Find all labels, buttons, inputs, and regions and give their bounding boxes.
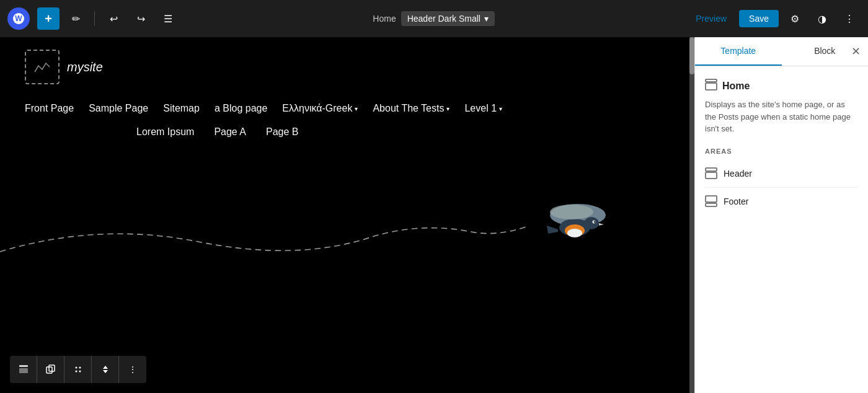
svg-rect-25 bbox=[706, 172, 717, 179]
main-area: mysite Front Page Sample Page Sitemap a … bbox=[0, 37, 868, 393]
sidebar-home-section: Home bbox=[705, 79, 858, 94]
sub-nav-page-b[interactable]: Page B bbox=[266, 126, 298, 138]
svg-rect-24 bbox=[706, 168, 717, 171]
add-block-button[interactable]: + bbox=[37, 7, 60, 30]
list-view-button[interactable]: ☰ bbox=[157, 7, 179, 30]
svg-point-8 bbox=[594, 221, 596, 223]
toolbar-right: Preview Save ⚙ ◑ ⋮ bbox=[688, 7, 861, 30]
svg-rect-12 bbox=[19, 365, 28, 367]
nav-item-greek[interactable]: Ελληνικά-Greek ▾ bbox=[282, 103, 358, 114]
canvas-scrollbar[interactable] bbox=[689, 37, 694, 393]
float-layout-button[interactable] bbox=[10, 356, 37, 383]
site-logo-area: mysite bbox=[25, 50, 665, 84]
canvas: mysite Front Page Sample Page Sitemap a … bbox=[0, 37, 689, 393]
svg-point-10 bbox=[550, 205, 593, 219]
settings-icon-button[interactable]: ⚙ bbox=[784, 7, 806, 30]
nav-item-sample-page[interactable]: Sample Page bbox=[89, 103, 148, 114]
tab-template[interactable]: Template bbox=[695, 37, 782, 66]
area-item-footer[interactable]: Footer bbox=[705, 190, 858, 213]
level1-chevron-icon: ▾ bbox=[499, 105, 502, 112]
float-more-button[interactable]: ⋮ bbox=[119, 356, 146, 383]
svg-marker-11 bbox=[547, 226, 558, 234]
toolbar-divider bbox=[94, 11, 95, 26]
sub-nav-page-a[interactable]: Page A bbox=[214, 126, 246, 138]
area-header-label: Header bbox=[724, 169, 752, 179]
sub-nav: Lorem Ipsum Page A Page B bbox=[25, 120, 665, 144]
svg-rect-27 bbox=[706, 203, 717, 206]
header-layout-icon bbox=[705, 167, 717, 180]
breadcrumb-template-label: Header Dark Small bbox=[407, 14, 480, 24]
breadcrumb-chevron-icon: ▾ bbox=[484, 14, 489, 24]
undo-button[interactable]: ↩ bbox=[102, 7, 125, 30]
greek-chevron-icon: ▾ bbox=[355, 105, 358, 112]
scrollbar-thumb[interactable] bbox=[689, 37, 694, 74]
wordpress-logo[interactable]: W bbox=[7, 7, 30, 30]
svg-rect-13 bbox=[19, 368, 28, 373]
sidebar-tabs: Template Block ✕ bbox=[695, 37, 868, 66]
sub-nav-lorem[interactable]: Lorem Ipsum bbox=[136, 126, 194, 138]
toolbar-center: Home Header Dark Small ▾ bbox=[184, 11, 683, 26]
svg-point-16 bbox=[75, 367, 77, 369]
svg-point-17 bbox=[79, 367, 81, 369]
sidebar: Template Block ✕ Home Displays as the si… bbox=[694, 37, 868, 393]
toolbar: W + ✏ ↩ ↪ ☰ Home Header Dark Small ▾ Pre… bbox=[0, 0, 868, 37]
canvas-wrapper: mysite Front Page Sample Page Sitemap a … bbox=[0, 37, 694, 393]
nav-item-about-tests[interactable]: About The Tests ▾ bbox=[373, 103, 450, 114]
svg-marker-21 bbox=[103, 370, 108, 373]
nav-menu: Front Page Sample Page Sitemap a Blog pa… bbox=[25, 97, 665, 120]
area-divider bbox=[705, 187, 858, 188]
svg-rect-22 bbox=[706, 79, 717, 82]
home-layout-icon bbox=[705, 79, 717, 94]
float-drag-button[interactable] bbox=[64, 356, 92, 383]
nav-item-sitemap[interactable]: Sitemap bbox=[163, 103, 200, 114]
svg-marker-9 bbox=[599, 223, 604, 226]
svg-text:W: W bbox=[15, 14, 22, 23]
dashed-path-svg bbox=[0, 212, 526, 262]
nav-item-level1[interactable]: Level 1 ▾ bbox=[464, 103, 502, 114]
save-button[interactable]: Save bbox=[739, 10, 779, 27]
svg-point-6 bbox=[584, 217, 599, 229]
svg-marker-20 bbox=[103, 366, 108, 369]
site-logo-box bbox=[25, 50, 60, 84]
footer-layout-icon bbox=[705, 195, 717, 208]
area-footer-label: Footer bbox=[724, 196, 748, 206]
site-header: mysite Front Page Sample Page Sitemap a … bbox=[0, 37, 689, 150]
areas-label: AREAS bbox=[705, 148, 858, 155]
svg-point-18 bbox=[75, 371, 77, 373]
redo-button[interactable]: ↪ bbox=[130, 7, 152, 30]
theme-toggle-button[interactable]: ◑ bbox=[811, 7, 833, 30]
nav-item-blog[interactable]: a Blog page bbox=[215, 103, 267, 114]
breadcrumb-home: Home bbox=[373, 14, 396, 24]
floating-toolbar: ⋮ bbox=[10, 356, 146, 383]
nav-item-front-page[interactable]: Front Page bbox=[25, 103, 74, 114]
svg-point-19 bbox=[79, 371, 81, 373]
more-options-button[interactable]: ⋮ bbox=[838, 7, 861, 30]
float-move-up-down-button[interactable] bbox=[92, 356, 119, 383]
sidebar-home-description: Displays as the site's home page, or as … bbox=[705, 99, 858, 135]
svg-rect-26 bbox=[706, 196, 717, 202]
site-name: mysite bbox=[67, 60, 103, 74]
sidebar-home-title-text: Home bbox=[722, 81, 750, 92]
float-duplicate-button[interactable] bbox=[37, 356, 64, 383]
svg-point-5 bbox=[567, 229, 582, 237]
svg-rect-23 bbox=[706, 83, 717, 90]
canvas-scene bbox=[0, 150, 689, 299]
bird-svg bbox=[541, 200, 615, 249]
preview-button[interactable]: Preview bbox=[688, 10, 734, 27]
sidebar-content: Home Displays as the site's home page, o… bbox=[695, 66, 868, 393]
sidebar-close-button[interactable]: ✕ bbox=[851, 45, 861, 58]
area-item-header[interactable]: Header bbox=[705, 162, 858, 185]
edit-button[interactable]: ✏ bbox=[64, 7, 87, 30]
breadcrumb-template-pill[interactable]: Header Dark Small ▾ bbox=[401, 11, 495, 26]
about-chevron-icon: ▾ bbox=[446, 105, 450, 112]
